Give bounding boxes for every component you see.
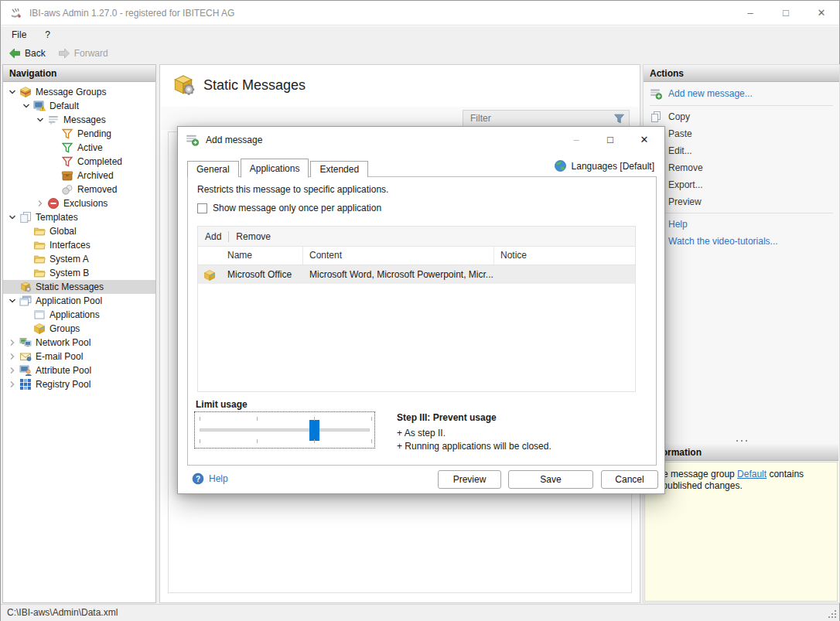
action-label: Add new message...: [668, 88, 753, 99]
resize-grip-icon[interactable]: [827, 609, 838, 619]
applications-table: Add Remove Name Content Notice Microsoft…: [197, 226, 636, 392]
column-header-name[interactable]: Name: [221, 247, 303, 264]
tree-item-archived[interactable]: Archived: [3, 169, 155, 183]
statusbar: C:\IBI-aws\Admin\Data.xml: [1, 604, 839, 621]
action-edit[interactable]: Edit...: [644, 142, 839, 159]
dialog-maximize-button[interactable]: □: [593, 127, 627, 152]
slider-track[interactable]: [200, 428, 370, 432]
filter-funnel-icon[interactable]: [613, 113, 625, 125]
chevron-right-icon[interactable]: [8, 338, 19, 348]
table-row[interactable]: Microsoft OfficeMicrosoft Word, Microsof…: [198, 265, 635, 284]
cell-name: Microsoft Office: [221, 269, 303, 280]
menu-help[interactable]: ?: [37, 28, 58, 42]
remove-button[interactable]: Remove: [229, 229, 278, 244]
column-header-notice[interactable]: Notice: [494, 247, 635, 264]
dialog-help-link[interactable]: ? Help: [192, 473, 228, 485]
preview-button[interactable]: Preview: [438, 470, 501, 489]
slider-thumb[interactable]: [309, 420, 319, 441]
cube-icon: [33, 322, 46, 335]
tree-item-e-mail-pool[interactable]: E-mail Pool: [3, 350, 155, 363]
tree-item-messages[interactable]: Messages: [3, 113, 155, 127]
tree-item-system-b[interactable]: System B: [3, 266, 155, 280]
tree-item-static-messages[interactable]: Static Messages: [3, 280, 155, 294]
dialog-title: Add message: [206, 135, 262, 145]
save-button[interactable]: Save: [508, 470, 593, 489]
default-group-link[interactable]: Default: [737, 469, 767, 479]
action-label: Copy: [668, 111, 690, 122]
chevron-down-icon[interactable]: [8, 213, 19, 223]
show-once-checkbox[interactable]: [197, 203, 207, 213]
menu-file[interactable]: File: [4, 28, 34, 42]
slider-tick: [371, 439, 372, 443]
tab-extended[interactable]: Extended: [310, 161, 368, 177]
tree-item-system-a[interactable]: System A: [3, 252, 155, 266]
tree-item-global[interactable]: Global: [3, 224, 155, 238]
tree-item-label: Messages: [63, 114, 106, 125]
window-icon: [33, 309, 46, 321]
add-button[interactable]: Add: [198, 229, 228, 244]
tab-applications[interactable]: Applications: [241, 159, 309, 178]
tree-item-message-groups[interactable]: Message Groups: [3, 85, 155, 99]
tab-general[interactable]: General: [187, 161, 239, 177]
tree-item-label: Interfaces: [50, 240, 90, 251]
chevron-spacer: [22, 268, 33, 278]
static-messages-icon: [171, 73, 196, 97]
chevron-down-icon[interactable]: [8, 296, 19, 306]
action-preview[interactable]: Preview: [644, 193, 839, 210]
chevron-down-icon[interactable]: [36, 115, 47, 125]
action-paste[interactable]: Paste: [644, 125, 839, 142]
action-help[interactable]: Help: [644, 216, 839, 233]
chevron-spacer: [22, 227, 33, 237]
chevron-down-icon[interactable]: [8, 87, 19, 97]
dialog-minimize-button[interactable]: –: [559, 127, 593, 152]
tree-item-groups[interactable]: Groups: [3, 322, 155, 336]
chevron-down-icon[interactable]: [22, 101, 33, 111]
action-copy[interactable]: Copy: [644, 108, 839, 125]
minimize-button[interactable]: –: [732, 1, 768, 25]
dialog-tabstrip: GeneralApplicationsExtended: [187, 158, 370, 177]
languages-label: Languages [Default]: [572, 161, 654, 172]
panel-splitter-handle[interactable]: [644, 435, 839, 441]
languages-button[interactable]: Languages [Default]: [554, 159, 654, 172]
actions-header: Actions: [644, 65, 839, 82]
tree-item-removed[interactable]: Removed: [3, 183, 155, 196]
forward-button[interactable]: Forward: [53, 46, 113, 61]
chevron-right-icon[interactable]: [8, 352, 19, 362]
tree-item-label: Completed: [77, 156, 122, 167]
nav-tree: Message GroupsDefaultMessagesPendingActi…: [3, 82, 155, 391]
action-watch-the-video-tutorials[interactable]: Watch the video-tutorials...: [644, 233, 839, 250]
back-button[interactable]: Back: [4, 46, 50, 61]
dialog-close-button[interactable]: ✕: [627, 127, 661, 152]
column-header-content[interactable]: Content: [303, 247, 494, 264]
action-add-new-message[interactable]: Add new message...: [644, 84, 839, 103]
cancel-button[interactable]: Cancel: [601, 470, 658, 489]
tree-item-default[interactable]: Default: [3, 99, 155, 113]
tree-item-attribute-pool[interactable]: Attribute Pool: [3, 363, 155, 377]
tree-item-completed[interactable]: Completed: [3, 155, 155, 169]
tree-item-templates[interactable]: Templates: [3, 210, 155, 224]
tree-item-interfaces[interactable]: Interfaces: [3, 238, 155, 252]
chevron-right-icon[interactable]: [36, 199, 47, 209]
copy-icon: [650, 111, 664, 124]
navigation-panel: Navigation Message GroupsDefaultMessages…: [2, 64, 156, 603]
limit-usage-slider[interactable]: [194, 411, 375, 449]
filter-input[interactable]: Filter: [463, 110, 630, 127]
app-window: IBI-aws Admin 1.27.0 - registered for IB…: [0, 0, 840, 621]
action-export[interactable]: Export...: [644, 176, 839, 193]
maximize-button[interactable]: □: [768, 1, 804, 25]
tree-item-applications[interactable]: Applications: [3, 308, 155, 322]
tree-item-exclusions[interactable]: Exclusions: [3, 196, 155, 210]
tree-item-registry-pool[interactable]: Registry Pool: [3, 377, 155, 391]
forward-arrow-icon: [58, 47, 70, 60]
chevron-right-icon[interactable]: [8, 366, 19, 376]
chevron-right-icon[interactable]: [8, 380, 19, 390]
tree-item-pending[interactable]: Pending: [3, 127, 155, 141]
action-remove[interactable]: Remove: [644, 159, 839, 176]
tree-item-application-pool[interactable]: Application Pool: [3, 294, 155, 308]
action-label: Remove: [668, 162, 703, 173]
tree-item-active[interactable]: Active: [3, 141, 155, 155]
action-label: Edit...: [668, 145, 692, 156]
action-label: Help: [668, 219, 688, 230]
tree-item-network-pool[interactable]: Network Pool: [3, 336, 155, 350]
close-button[interactable]: ✕: [804, 1, 839, 25]
